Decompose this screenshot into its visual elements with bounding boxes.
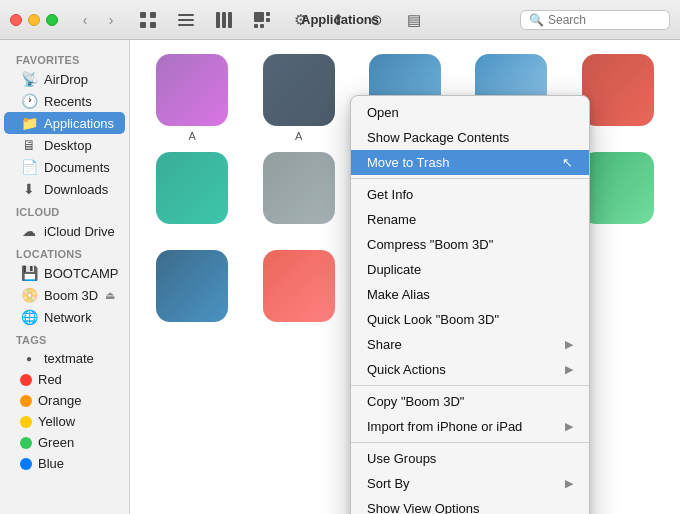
sidebar-item-label: Desktop bbox=[44, 138, 92, 153]
back-button[interactable]: ‹ bbox=[74, 9, 96, 31]
sidebar-item-label: Documents bbox=[44, 160, 110, 175]
cursor-pointer-indicator: ↖ bbox=[562, 155, 573, 170]
textmate-tag-icon: ● bbox=[20, 353, 38, 364]
window-title: Applications bbox=[301, 12, 379, 27]
svg-rect-9 bbox=[228, 12, 232, 28]
ctx-quick-look[interactable]: Quick Look "Boom 3D" bbox=[351, 307, 589, 332]
svg-rect-13 bbox=[254, 24, 258, 28]
sort-arrow-icon: ▶ bbox=[565, 477, 573, 490]
eject-icon[interactable]: ⏏ bbox=[105, 289, 115, 302]
blue-tag-dot bbox=[20, 458, 32, 470]
app-label: A bbox=[189, 130, 196, 142]
app-cell[interactable]: A bbox=[144, 54, 240, 142]
sidebar-item-tag-orange[interactable]: Orange bbox=[4, 390, 125, 411]
documents-icon: 📄 bbox=[20, 159, 38, 175]
search-box[interactable]: 🔍 bbox=[520, 10, 670, 30]
ctx-import[interactable]: Import from iPhone or iPad ▶ bbox=[351, 414, 589, 439]
app-label: A bbox=[295, 130, 302, 142]
sidebar-item-label: Boom 3D bbox=[44, 288, 98, 303]
desktop-icon: 🖥 bbox=[20, 137, 38, 153]
sidebar-item-tag-yellow[interactable]: Yellow bbox=[4, 411, 125, 432]
maximize-button[interactable] bbox=[46, 14, 58, 26]
red-tag-dot bbox=[20, 374, 32, 386]
search-input[interactable] bbox=[548, 13, 661, 27]
sidebar-item-recents[interactable]: 🕐 Recents bbox=[4, 90, 125, 112]
ctx-copy[interactable]: Copy "Boom 3D" bbox=[351, 389, 589, 414]
main-layout: Favorites 📡 AirDrop 🕐 Recents 📁 Applicat… bbox=[0, 40, 680, 514]
sidebar-item-airdrop[interactable]: 📡 AirDrop bbox=[4, 68, 125, 90]
svg-rect-10 bbox=[254, 12, 264, 22]
svg-rect-4 bbox=[178, 14, 194, 16]
bootcamp-icon: 💾 bbox=[20, 265, 38, 281]
sidebar-item-label: Orange bbox=[38, 393, 81, 408]
app-cell[interactable] bbox=[250, 152, 346, 240]
app-cell[interactable]: A bbox=[250, 54, 346, 142]
search-icon: 🔍 bbox=[529, 13, 544, 27]
import-arrow-icon: ▶ bbox=[565, 420, 573, 433]
ctx-share[interactable]: Share ▶ bbox=[351, 332, 589, 357]
column-view-button[interactable] bbox=[206, 6, 242, 34]
ctx-rename[interactable]: Rename bbox=[351, 207, 589, 232]
locations-section-label: Locations bbox=[0, 242, 129, 262]
ctx-compress[interactable]: Compress "Boom 3D" bbox=[351, 232, 589, 257]
sidebar-item-label: iCloud Drive bbox=[44, 224, 115, 239]
ctx-use-groups[interactable]: Use Groups bbox=[351, 446, 589, 471]
favorites-section-label: Favorites bbox=[0, 48, 129, 68]
svg-rect-2 bbox=[140, 22, 146, 28]
network-icon: 🌐 bbox=[20, 309, 38, 325]
ctx-open[interactable]: Open bbox=[351, 100, 589, 125]
app-cell[interactable] bbox=[144, 250, 240, 326]
toolbar: ⚙ ⬆ ⊙ ▤ bbox=[130, 6, 432, 34]
ctx-quick-actions[interactable]: Quick Actions ▶ bbox=[351, 357, 589, 382]
tags-section-label: Tags bbox=[0, 328, 129, 348]
svg-rect-14 bbox=[260, 24, 264, 28]
list-view-button[interactable] bbox=[168, 6, 204, 34]
sidebar-item-tag-red[interactable]: Red bbox=[4, 369, 125, 390]
context-menu: Open Show Package Contents Move to Trash… bbox=[350, 95, 590, 514]
yellow-tag-dot bbox=[20, 416, 32, 428]
icon-view-button[interactable] bbox=[130, 6, 166, 34]
quick-actions-arrow-icon: ▶ bbox=[565, 363, 573, 376]
sidebar-item-applications[interactable]: 📁 Applications bbox=[4, 112, 125, 134]
minimize-button[interactable] bbox=[28, 14, 40, 26]
ctx-get-info[interactable]: Get Info bbox=[351, 182, 589, 207]
icloud-icon: ☁ bbox=[20, 223, 38, 239]
share-arrow-icon: ▶ bbox=[565, 338, 573, 351]
sidebar-item-downloads[interactable]: ⬇ Downloads bbox=[4, 178, 125, 200]
gallery-view-button[interactable] bbox=[244, 6, 280, 34]
sidebar: Favorites 📡 AirDrop 🕐 Recents 📁 Applicat… bbox=[0, 40, 130, 514]
sidebar-item-label: AirDrop bbox=[44, 72, 88, 87]
sidebar-item-tag-green[interactable]: Green bbox=[4, 432, 125, 453]
app-cell[interactable] bbox=[144, 152, 240, 240]
title-bar: ‹ › ⚙ bbox=[0, 0, 680, 40]
applications-icon: 📁 bbox=[20, 115, 38, 131]
svg-rect-5 bbox=[178, 19, 194, 21]
sidebar-item-label: Recents bbox=[44, 94, 92, 109]
app-cell[interactable] bbox=[250, 250, 346, 326]
svg-rect-3 bbox=[150, 22, 156, 28]
sidebar-item-documents[interactable]: 📄 Documents bbox=[4, 156, 125, 178]
green-tag-dot bbox=[20, 437, 32, 449]
sidebar-item-label: Network bbox=[44, 310, 92, 325]
sidebar-item-bootcamp[interactable]: 💾 BOOTCAMP bbox=[4, 262, 125, 284]
sidebar-item-tag-textmate[interactable]: ● textmate bbox=[4, 348, 125, 369]
forward-button[interactable]: › bbox=[100, 9, 122, 31]
svg-rect-12 bbox=[266, 18, 270, 22]
close-button[interactable] bbox=[10, 14, 22, 26]
sidebar-item-tag-blue[interactable]: Blue bbox=[4, 453, 125, 474]
sidebar-item-boom3d[interactable]: 📀 Boom 3D ⏏ bbox=[4, 284, 125, 306]
ctx-separator-1 bbox=[351, 178, 589, 179]
ctx-make-alias[interactable]: Make Alias bbox=[351, 282, 589, 307]
ctx-move-to-trash[interactable]: Move to Trash ↖ bbox=[351, 150, 589, 175]
ctx-show-package[interactable]: Show Package Contents bbox=[351, 125, 589, 150]
ctx-duplicate[interactable]: Duplicate bbox=[351, 257, 589, 282]
sidebar-item-network[interactable]: 🌐 Network bbox=[4, 306, 125, 328]
svg-rect-8 bbox=[222, 12, 226, 28]
group-button[interactable]: ▤ bbox=[396, 6, 432, 34]
sidebar-item-icloud-drive[interactable]: ☁ iCloud Drive bbox=[4, 220, 125, 242]
svg-rect-11 bbox=[266, 12, 270, 16]
sidebar-item-label: Yellow bbox=[38, 414, 75, 429]
sidebar-item-desktop[interactable]: 🖥 Desktop bbox=[4, 134, 125, 156]
ctx-sort-by[interactable]: Sort By ▶ bbox=[351, 471, 589, 496]
ctx-show-view-options[interactable]: Show View Options bbox=[351, 496, 589, 514]
